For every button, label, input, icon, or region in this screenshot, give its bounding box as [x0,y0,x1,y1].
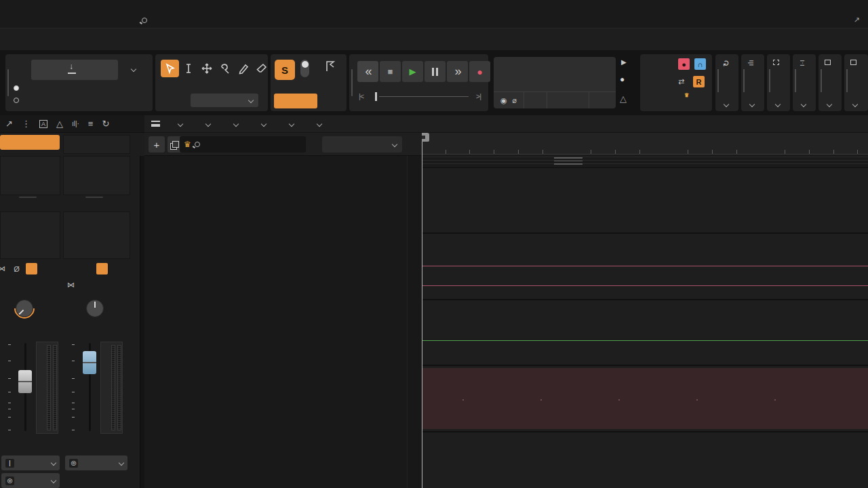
read-button[interactable] [26,263,37,274]
solo-button[interactable] [11,279,22,291]
selection-radio[interactable] [14,98,19,103]
menu-assist[interactable] [134,14,157,27]
lane-track-3[interactable] [422,300,868,366]
act-module[interactable] [844,54,868,111]
menu-project[interactable] [75,18,90,22]
erase-tool-button[interactable] [252,60,271,77]
pause-button[interactable] [425,61,446,82]
echo-button[interactable] [42,279,54,291]
module-grip[interactable] [351,69,353,96]
module-grip[interactable] [7,69,9,96]
project-radio[interactable] [14,85,19,91]
menu-process[interactable] [60,18,75,22]
snap-enable-button[interactable]: S [275,60,295,80]
smart-tool-button[interactable] [161,60,179,77]
rotate-view-icon[interactable]: ↻ [102,119,109,129]
metronome-panel-icon[interactable]: △ [56,119,63,129]
export-button[interactable] [31,60,118,80]
global-arm-button[interactable]: ● [678,58,690,70]
menu-view[interactable] [164,122,192,126]
record-button[interactable]: ● [469,61,490,82]
float-panel-icon[interactable]: ↗ [5,119,13,129]
read-button[interactable] [96,263,108,274]
output-dropdown[interactable]: ◎ [1,473,60,488]
exclusive-solo-icon[interactable]: ⇄ [675,76,687,87]
menu-options[interactable] [192,122,220,126]
samplerate-cell[interactable] [524,92,547,108]
punch-module[interactable]: I·I [793,54,816,111]
playhead-marker[interactable] [422,133,429,142]
select-tool-button[interactable] [179,60,197,77]
mute-button[interactable] [65,263,77,274]
fader-handle[interactable] [18,370,32,393]
act-expand-chevron[interactable] [852,102,858,107]
list-view-icon[interactable]: ≡ [88,119,94,129]
menu-help[interactable] [119,18,134,22]
phase-button[interactable]: Ø [11,263,22,274]
draw-resolution-dropdown[interactable] [191,94,258,107]
time-ruler[interactable] [422,133,868,155]
export-options-chevron[interactable] [131,66,136,72]
output-dropdown[interactable]: ◎ [65,455,127,470]
trackview-hamburger-icon[interactable] [151,121,160,127]
edit-tool-button[interactable] [216,60,234,77]
mini-play-icon[interactable]: ▶ [621,58,627,66]
screen-module[interactable] [818,54,842,111]
punch-expand-chevron[interactable] [801,102,806,107]
metronome-icon[interactable]: △ [620,94,627,104]
snap-to-by-toggle[interactable] [300,60,309,77]
menu-region-fx[interactable] [303,122,331,126]
global-mute-button[interactable] [646,59,657,70]
select-expand-chevron[interactable] [775,102,781,107]
menu-utilities[interactable] [90,18,104,22]
loop-expand-chevron[interactable] [724,102,729,107]
arm-button[interactable] [26,279,37,291]
more-options-icon[interactable]: ⋮ [22,119,31,129]
go-to-end-icon[interactable]: >| [476,92,481,100]
rewind-button[interactable]: « [357,61,378,82]
export-project-row[interactable] [14,85,33,91]
play-button[interactable]: ▶ [402,61,423,82]
mute-button[interactable] [0,279,7,291]
loop-module[interactable]: ↻ [715,54,738,111]
global-read-button[interactable]: R [693,76,705,87]
global-solo-button[interactable] [662,59,673,70]
menu-file[interactable] [0,18,15,22]
audio-engine-icon[interactable]: ◉ [500,96,507,105]
select-module[interactable] [767,54,790,111]
lane-track-4[interactable] [422,366,868,432]
clips-timeline[interactable] [422,133,868,488]
perf-module[interactable]: ılı [741,54,764,111]
menu-window[interactable] [104,18,119,22]
fast-forward-button[interactable]: » [447,61,468,82]
audio-bypass-icon[interactable]: ⌀ [512,96,517,105]
inspector-plugin-chip[interactable] [0,135,60,150]
input-dropdown[interactable]: | [1,455,60,470]
workspace-dropdown[interactable] [322,136,402,152]
name-display-icon[interactable]: A [39,120,47,128]
snap-resolution-button[interactable] [274,94,317,108]
interleave-button[interactable]: ⋈ [0,263,7,274]
add-track-button[interactable]: + [149,136,165,152]
menu-views[interactable] [30,18,45,22]
go-to-start-icon[interactable]: |< [359,92,363,100]
write-button[interactable] [42,263,54,274]
interleave-button[interactable]: ⋈ [65,279,77,291]
jump-to-track-input[interactable] [206,140,281,148]
menu-tracks[interactable] [220,122,248,126]
playhead-line[interactable] [422,142,422,488]
time-display[interactable]: ◉ ⌀ [494,57,616,108]
fader-handle[interactable] [83,351,96,374]
draw-tool-button[interactable] [234,60,252,77]
fx-bypass-button[interactable] [644,76,656,87]
global-echo-button[interactable]: ∩ [694,58,706,70]
scrub-thumb[interactable] [375,92,377,101]
aux-strip[interactable] [422,155,868,168]
solo-dim-button[interactable] [660,76,672,87]
timesig-cell[interactable] [589,92,616,108]
write-button[interactable] [113,263,124,274]
meter-options-icon[interactable]: ıl|· [72,120,79,127]
lane-track-2[interactable] [422,234,868,300]
scrub-bar[interactable]: |< >| [359,92,481,102]
screen-expand-chevron[interactable] [827,102,832,107]
